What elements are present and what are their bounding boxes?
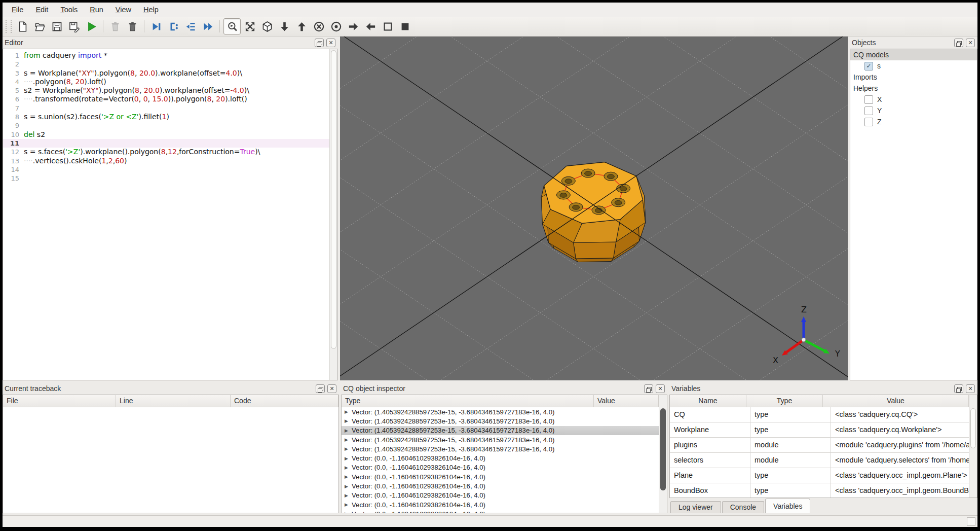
viewport-canvas[interactable]: ZXY — [340, 37, 848, 380]
tree-item-imports[interactable]: Imports — [850, 72, 977, 83]
inspector-float-button[interactable] — [644, 384, 653, 393]
inspector-row[interactable]: ▶Vector: (1.4053924288597253e-15, -3.680… — [342, 444, 659, 453]
debug-continue-button[interactable] — [200, 19, 216, 34]
expand-arrow-icon[interactable]: ▶ — [345, 418, 352, 423]
view-back-button[interactable] — [328, 19, 344, 34]
new-file-button[interactable] — [14, 19, 30, 34]
checkbox-x[interactable] — [864, 95, 873, 104]
inspector-row[interactable]: ▶Vector: (0.0, -1.1604610293826104e-16, … — [342, 509, 659, 513]
variable-row-CQ[interactable]: CQtype<class 'cadquery.cq.CQ'> — [670, 407, 969, 422]
objects-float-button[interactable] — [954, 39, 963, 47]
tree-item-y[interactable]: Y — [850, 105, 977, 116]
run-button[interactable] — [83, 19, 99, 34]
variables-float-button[interactable] — [954, 384, 963, 393]
column-header-name[interactable]: Name — [670, 395, 746, 407]
open-button[interactable] — [31, 19, 48, 34]
column-header-code[interactable]: Code — [231, 395, 338, 407]
view-front-button[interactable] — [311, 19, 327, 34]
expand-arrow-icon[interactable]: ▶ — [345, 474, 352, 479]
editor-scrollbar-thumb[interactable] — [331, 50, 336, 349]
variable-row-plugins[interactable]: pluginsmodule<module 'cadquery.plugins' … — [670, 438, 969, 453]
inspector-row[interactable]: ▶Vector: (0.0, -1.1604610293826104e-16, … — [342, 500, 659, 509]
inspector-row[interactable]: ▶Vector: (0.0, -1.1604610293826104e-16, … — [342, 491, 659, 500]
inspector-row[interactable]: ▶Vector: (0.0, -1.1604610293826104e-16, … — [342, 481, 659, 490]
expand-arrow-icon[interactable]: ▶ — [345, 446, 352, 451]
editor-close-button[interactable]: ✕ — [326, 39, 335, 47]
inspect-object-button[interactable] — [223, 18, 241, 34]
tab-console[interactable]: Console — [722, 501, 764, 513]
editor-scrollbar[interactable] — [329, 49, 337, 380]
iso-view-button[interactable] — [259, 19, 275, 34]
column-header-value[interactable]: Value — [594, 395, 659, 407]
inspector-scrollbar-thumb[interactable] — [660, 408, 666, 490]
view-right-button[interactable] — [345, 19, 361, 34]
inspector-row[interactable]: ▶Vector: (1.4053924288597253e-15, -3.680… — [342, 435, 659, 444]
inspector-row[interactable]: ▶Vector: (0.0, -1.1604610293826104e-16, … — [342, 463, 659, 472]
expand-arrow-icon[interactable]: ▶ — [345, 465, 352, 470]
variable-row-BoundBox[interactable]: BoundBoxtype<class 'cadquery.occ_impl.ge… — [670, 483, 969, 498]
expand-arrow-icon[interactable]: ▶ — [345, 456, 352, 461]
tree-item-helpers[interactable]: Helpers — [850, 83, 977, 94]
inspector-scrollbar[interactable] — [659, 395, 667, 513]
column-header-value[interactable]: Value — [823, 395, 969, 407]
tree-item-z[interactable]: Z — [850, 116, 977, 127]
objects-close-button[interactable]: ✕ — [966, 39, 975, 47]
viewport-3d[interactable]: ZXY — [340, 37, 848, 380]
view-square-filled-button[interactable] — [397, 19, 413, 34]
debug-step-in-button[interactable] — [165, 19, 181, 34]
checkbox-y[interactable] — [864, 107, 873, 115]
tab-variables[interactable]: Variables — [765, 499, 810, 513]
expand-arrow-icon[interactable]: ▶ — [345, 502, 352, 507]
expand-arrow-icon[interactable]: ▶ — [345, 437, 352, 442]
toolbar-drag-handle[interactable] — [6, 20, 12, 33]
view-left-button[interactable] — [362, 19, 379, 34]
column-header-type[interactable]: Type — [342, 395, 594, 407]
save-button[interactable] — [49, 19, 65, 34]
tree-item-s[interactable]: ✓s — [850, 60, 977, 72]
menu-run[interactable]: Run — [84, 4, 109, 15]
menu-tools[interactable]: Tools — [54, 4, 84, 15]
tree-item-x[interactable]: X — [850, 94, 977, 105]
inspector-row[interactable]: ▶Vector: (1.4053924288597253e-15, -3.680… — [342, 407, 659, 416]
menu-file[interactable]: File — [6, 4, 29, 15]
editor-float-button[interactable] — [315, 39, 324, 47]
view-down-button[interactable] — [276, 19, 292, 34]
tree-item-cq-models[interactable]: CQ models — [850, 49, 977, 60]
expand-arrow-icon[interactable]: ▶ — [345, 493, 352, 498]
variable-row-selectors[interactable]: selectorsmodule<module 'cadquery.selecto… — [670, 453, 969, 468]
menu-view[interactable]: View — [109, 4, 137, 15]
inspector-row[interactable]: ▶Vector: (1.4053924288597253e-15, -3.680… — [342, 416, 659, 426]
variable-row-Plane[interactable]: Planetype<class 'cadquery.occ_impl.geom.… — [670, 468, 969, 483]
checkbox-z[interactable] — [864, 118, 873, 126]
inspector-row[interactable]: ▶Vector: (0.0, -1.1604610293826104e-16, … — [342, 472, 659, 481]
variables-scrollbar[interactable] — [969, 395, 977, 498]
expand-arrow-icon[interactable]: ▶ — [345, 511, 352, 513]
delete-all-button[interactable] — [124, 19, 140, 34]
variables-close-button[interactable]: ✕ — [966, 384, 975, 393]
traceback-float-button[interactable] — [316, 384, 325, 393]
variables-scrollbar-thumb[interactable] — [970, 408, 976, 448]
traceback-close-button[interactable]: ✕ — [327, 384, 336, 393]
tab-log-viewer[interactable]: Log viewer — [670, 501, 721, 513]
checkbox-s[interactable]: ✓ — [864, 62, 873, 70]
delete-button[interactable] — [107, 19, 123, 34]
expand-arrow-icon[interactable]: ▶ — [345, 409, 352, 414]
expand-arrow-icon[interactable]: ▶ — [345, 484, 352, 489]
menu-edit[interactable]: Edit — [29, 4, 54, 15]
view-square-button[interactable] — [380, 19, 396, 34]
size-grip[interactable] — [967, 517, 975, 526]
inspector-row[interactable]: ▶Vector: (1.4053924288597253e-15, -3.680… — [342, 426, 659, 435]
debug-step-out-button[interactable] — [182, 19, 199, 34]
inspector-close-button[interactable]: ✕ — [656, 384, 665, 393]
save-as-button[interactable] — [66, 19, 82, 34]
expand-arrow-icon[interactable]: ▶ — [345, 428, 352, 433]
column-header-file[interactable]: File — [3, 395, 116, 407]
debug-step-button[interactable] — [148, 19, 164, 34]
inspector-row[interactable]: ▶Vector: (0.0, -1.1604610293826104e-16, … — [342, 453, 659, 463]
column-header-line[interactable]: Line — [116, 395, 231, 407]
column-header-type[interactable]: Type — [746, 395, 823, 407]
variable-row-Workplane[interactable]: Workplanetype<class 'cadquery.cq.Workpla… — [670, 422, 969, 438]
menu-help[interactable]: Help — [137, 4, 165, 15]
code-editor[interactable]: 1from cadquery import *23s = Workplane("… — [3, 49, 329, 380]
view-up-button[interactable] — [293, 19, 310, 34]
